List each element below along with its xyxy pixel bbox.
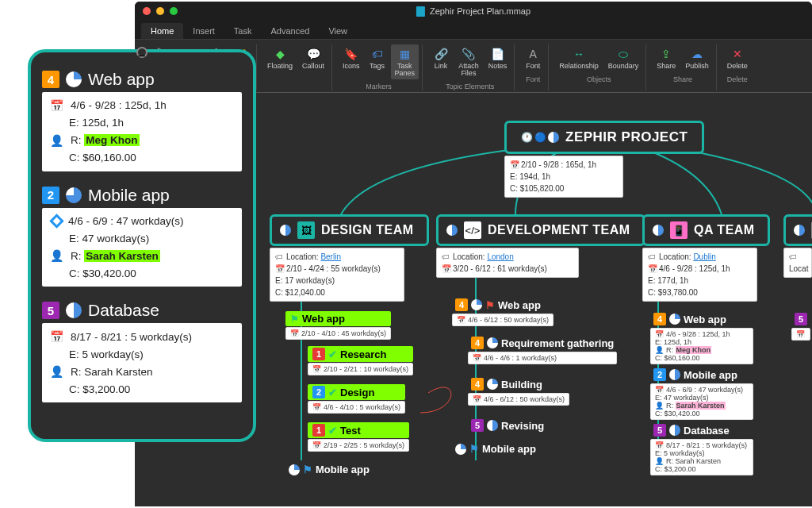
status-icons: 🕐🔵: [521, 132, 559, 143]
ribbon-attach-files[interactable]: 📎AttachFiles: [454, 44, 483, 79]
tab-view[interactable]: View: [319, 23, 357, 39]
device-icon: 📱: [670, 221, 688, 239]
ribbon-floating[interactable]: ◆Floating: [263, 44, 297, 72]
team-node-partial[interactable]: 📢 🏷Locat: [783, 214, 812, 278]
subtask-dates: 4/6 - 6/12 : 50 workday(s): [484, 395, 565, 403]
dev-team-node[interactable]: </> DEVELOPMENT TEAM 🏷Location: London 📅…: [436, 214, 645, 278]
ribbon-tags[interactable]: 🏷Tags: [366, 44, 389, 79]
priority-badge: 1: [312, 348, 325, 360]
progress-icon: [487, 337, 498, 348]
ribbon-callout[interactable]: 💬Callout: [298, 44, 328, 72]
qa-team-node[interactable]: 📱 QA TEAM 🏷Location: Dublin 📅4/6 - 9/28 …: [642, 214, 770, 302]
ribbon-relationship[interactable]: ↔Relationship: [555, 44, 603, 72]
overlay-cost: C: $60,160.00: [69, 149, 136, 167]
window-controls: [143, 7, 178, 15]
task-cost: C: $3,200.00: [655, 465, 696, 473]
progress-icon: [455, 444, 466, 455]
dev-mobile[interactable]: ⚑Mobile app: [452, 441, 539, 456]
task-dates: 4/6 - 9/28 : 125d, 1h: [666, 330, 730, 338]
ribbon-icon: 💬: [306, 47, 320, 61]
overlay-cost: C: $30,420.00: [69, 265, 136, 283]
qa-task[interactable]: 5Database📅8/17 - 8/21 : 5 workday(s)E: 5…: [650, 422, 753, 475]
ribbon-group-label: Delete: [727, 75, 748, 83]
person-icon: 👤: [50, 363, 64, 380]
location-link[interactable]: Berlin: [320, 252, 341, 261]
close-icon[interactable]: [143, 7, 151, 15]
minimize-icon[interactable]: [156, 7, 164, 15]
task-name: Web app: [684, 314, 726, 325]
root-cost: C: $105,820.00: [510, 183, 618, 194]
overlay-dates: 4/6 - 9/28 : 125d, 1h: [71, 97, 167, 114]
task-partial[interactable]: 5 📅: [791, 311, 810, 341]
progress-icon: [669, 425, 680, 436]
root-title: ZEPHIR PROJECT: [565, 129, 688, 145]
task-effort: E: 47 workday(s): [655, 394, 709, 402]
ribbon-label: Boundary: [608, 63, 639, 70]
root-node[interactable]: 🕐🔵 ZEPHIR PROJECT 📅2/10 - 9/28 : 165d, 1…: [504, 121, 704, 198]
design-webapp[interactable]: ⚑Web app 📅2/10 - 4/10 : 45 workday(s): [285, 311, 391, 340]
task-name: Web app: [302, 313, 345, 325]
tab-home[interactable]: Home: [141, 23, 183, 39]
overlay-database[interactable]: 5Database📅8/17 - 8/21 : 5 workday(s)E: 5…: [42, 301, 242, 402]
dev-webapp[interactable]: 4⚑Web app📅4/6 - 6/12 : 50 workday(s): [452, 297, 553, 326]
location-link[interactable]: Dublin: [693, 252, 715, 261]
overlay-effort: E: 47 workday(s): [69, 230, 149, 248]
progress-icon: [66, 71, 82, 87]
task-effort: E: 5 workday(s): [655, 449, 705, 457]
root-effort: E: 194d, 1h: [510, 171, 618, 183]
design-subtask[interactable]: 1✔Test📅2/19 - 2/25 : 5 workday(s): [308, 422, 409, 452]
ribbon-link[interactable]: 🔗Link: [429, 44, 453, 79]
task-resource: Sarah Karsten: [676, 402, 726, 410]
ribbon-boundary[interactable]: ⬭Boundary: [604, 44, 643, 72]
priority-badge: 2: [653, 368, 666, 381]
location-link[interactable]: London: [487, 252, 513, 261]
ribbon-icon: ✕: [730, 47, 745, 61]
zoom-overlay: – 4Web app📅4/6 - 9/28 : 125d, 1hE: 125d,…: [28, 49, 256, 442]
tab-insert[interactable]: Insert: [183, 23, 224, 39]
ribbon-icon: ☁: [690, 47, 704, 61]
dev-subtask[interactable]: 4Requirement gathering📅4/6 - 4/6 : 1 wor…: [468, 335, 617, 364]
ribbon-notes[interactable]: 📄Notes: [485, 44, 511, 79]
tab-advanced[interactable]: Advanced: [261, 23, 319, 39]
task-cost: C: $60,160.00: [655, 354, 700, 362]
progress-icon: [471, 299, 482, 310]
person-icon: 👤: [50, 132, 64, 149]
root-dates: 2/10 - 9/28 : 165d, 1h: [521, 160, 596, 169]
document-title: Zephir Project Plan.mmap: [416, 6, 530, 17]
title-bar: Zephir Project Plan.mmap: [135, 2, 812, 21]
design-mobile[interactable]: ⚑Mobile app: [285, 462, 373, 477]
ribbon-share[interactable]: ⇪Share: [653, 44, 680, 72]
ribbon-group-label: Share: [673, 75, 692, 83]
ribbon-icons[interactable]: 🔖Icons: [339, 44, 364, 79]
overlay-resource: Sarah Karsten: [84, 366, 152, 378]
tab-task[interactable]: Task: [224, 23, 262, 39]
qa-task[interactable]: 2Mobile app📅4/6 - 6/9 : 47 workday(s)E: …: [650, 367, 753, 420]
priority-badge: 2: [312, 386, 325, 398]
ribbon-label: AttachFiles: [458, 63, 479, 77]
progress-icon: [669, 314, 680, 325]
zoom-icon[interactable]: [170, 7, 178, 15]
qa-task[interactable]: 4Web app📅4/6 - 9/28 : 125d, 1hE: 125d, 1…: [650, 311, 753, 364]
task-dates: 2/10 - 4/10 : 45 workday(s): [301, 329, 386, 337]
collapse-handle[interactable]: –: [136, 47, 147, 58]
dev-subtask[interactable]: 5Revising: [468, 418, 547, 433]
subtask-dates: 4/6 - 4/10 : 5 workday(s): [324, 403, 400, 411]
team-dates: 4/6 - 9/28 : 125d, 1h: [659, 264, 730, 273]
ribbon-label: Share: [657, 63, 676, 70]
ribbon-font[interactable]: AFont: [521, 44, 545, 72]
overlay-cost: C: $3,200.00: [69, 381, 130, 398]
design-subtask[interactable]: 2✔Design📅4/6 - 4/10 : 5 workday(s): [308, 384, 405, 414]
overlay-mobile-app[interactable]: 2Mobile app4/6 - 6/9 : 47 workday(s)E: 4…: [42, 186, 242, 287]
dev-subtask[interactable]: 4Building📅4/6 - 6/12 : 50 workday(s): [468, 376, 569, 406]
task-resource: Sarah Karsten: [676, 457, 722, 465]
overlay-resource: Sarah Karsten: [84, 250, 160, 262]
design-subtask[interactable]: 1✔Research📅2/10 - 2/21 : 10 workday(s): [308, 346, 413, 375]
ribbon-task-panes[interactable]: ▦TaskPanes: [391, 44, 419, 79]
ribbon-delete[interactable]: ✕Delete: [723, 44, 752, 72]
overlay-resource: Meg Khon: [84, 134, 139, 146]
design-team-node[interactable]: 🖼 DESIGN TEAM 🏷Location: Berlin 📅2/10 - …: [270, 214, 429, 302]
overlay-web-app[interactable]: 4Web app📅4/6 - 9/28 : 125d, 1hE: 125d, 1…: [42, 70, 242, 171]
subtask-name: Requirement gathering: [501, 337, 614, 349]
subtask-name: Building: [501, 379, 542, 391]
ribbon-publish[interactable]: ☁Publish: [681, 44, 713, 72]
